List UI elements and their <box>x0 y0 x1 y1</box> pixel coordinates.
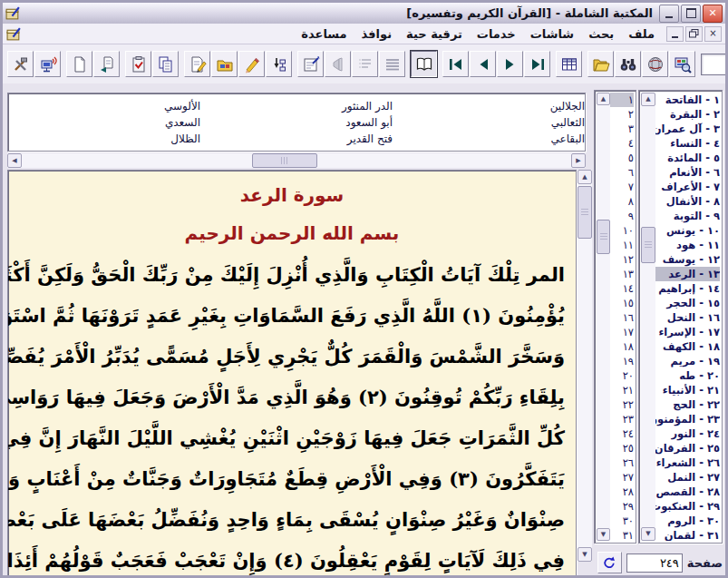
nav-last-button[interactable] <box>524 51 550 77</box>
menu-item-5[interactable]: نوافذ <box>355 25 399 43</box>
nav-prev-button[interactable] <box>470 51 496 77</box>
close-button[interactable]: ✕ <box>703 5 723 23</box>
surah-list-item[interactable]: ١٠ - يونس <box>655 223 720 238</box>
hscroll-thumb[interactable] <box>252 153 317 168</box>
announce-button[interactable] <box>325 51 351 77</box>
ayah-number-item[interactable]: ٣ <box>610 122 634 136</box>
pencil-button[interactable] <box>238 51 265 77</box>
nav-first-button[interactable] <box>442 51 469 77</box>
tafsir-book-name[interactable]: السعدي <box>8 114 200 131</box>
surah-list-item[interactable]: ٢٣ - المؤمنون <box>655 412 720 426</box>
ayah-number-item[interactable]: ١٤ <box>610 281 634 296</box>
ayah-number-item[interactable]: ٤ <box>610 136 634 151</box>
vscroll-thumb[interactable] <box>578 186 592 239</box>
tafsir-book-name[interactable]: الظلال <box>8 131 200 147</box>
surah-list-item[interactable]: ٢٦ - الشعراء <box>655 456 720 470</box>
tafsir-book-name[interactable]: أبو السعود <box>200 114 393 131</box>
tafsir-book-name[interactable]: فتح القدير <box>200 131 393 147</box>
ayah-scroll-thumb[interactable] <box>597 220 610 254</box>
ayah-number-item[interactable]: ١ <box>610 93 634 107</box>
menu-item-6[interactable]: مساعدة <box>295 25 353 43</box>
ayah-number-item[interactable]: ١٧ <box>610 325 634 339</box>
surah-list-item[interactable]: ٩ - التوبة <box>655 209 720 223</box>
surah-list-item[interactable]: ٢١ - الأنبياء <box>655 383 720 397</box>
ayah-number-item[interactable]: ٢٥ <box>610 441 634 456</box>
broadcast-button[interactable] <box>34 51 61 77</box>
surah-list-item[interactable]: ٢٩ - العنكبوت <box>655 499 720 514</box>
binoculars-button[interactable] <box>615 51 641 77</box>
ayah-number-item[interactable]: ٢٦ <box>610 456 634 470</box>
ayah-number-item[interactable]: ١٨ <box>610 339 634 354</box>
surah-list-item[interactable]: ٨ - الأنفال <box>655 194 720 209</box>
ayah-number-item[interactable]: ٢٩ <box>610 499 634 514</box>
nav-next-button[interactable] <box>497 51 523 77</box>
ayah-number-item[interactable]: ٨ <box>610 194 634 209</box>
surah-list-item[interactable]: ٢٥ - الفرقان <box>655 441 720 456</box>
page-number-field[interactable] <box>626 554 683 573</box>
surah-list-item[interactable]: ٢٨ - القصص <box>655 485 720 499</box>
surah-list-item[interactable]: ٣ - آل عمران <box>655 122 720 136</box>
justify-lines-button[interactable] <box>379 51 405 77</box>
open-book-button[interactable] <box>411 51 437 77</box>
clipboard-check-button[interactable] <box>125 51 151 77</box>
surah-list-item[interactable]: ١ - الفاتحة <box>655 93 720 107</box>
ayah-number-item[interactable]: ١٦ <box>610 310 634 325</box>
surah-scroll-thumb[interactable] <box>641 227 655 263</box>
surah-list-item[interactable]: ١٧ - الإسراء <box>655 325 720 339</box>
mdi-close-button[interactable]: × <box>704 26 722 42</box>
surah-scroll-down-arrow[interactable]: ▼ <box>641 527 655 541</box>
globe-search-button[interactable] <box>642 51 668 77</box>
ayah-number-item[interactable]: ٢٤ <box>610 426 634 441</box>
surah-list-item[interactable]: ٧ - الأعراف <box>655 180 720 194</box>
surah-list-item[interactable]: ١٢ - يوسف <box>655 252 720 267</box>
ayah-number-item[interactable]: ٢٠ <box>610 368 634 383</box>
tafsir-book-name[interactable]: الألوسي <box>8 98 200 114</box>
tafsir-book-name[interactable]: الثعالبي <box>393 114 585 131</box>
surah-list-item[interactable]: ٢٠ - طه <box>655 368 720 383</box>
ayah-number-item[interactable]: ٧ <box>610 180 634 194</box>
surah-list-item[interactable]: ١٤ - إبراهيم <box>655 281 720 296</box>
refresh-button[interactable] <box>597 552 622 573</box>
ayah-number-item[interactable]: ١٥ <box>610 296 634 310</box>
tafsir-book-name[interactable]: الجلالين <box>393 98 585 114</box>
ayah-number-item[interactable]: ٥ <box>610 151 634 165</box>
mdi-minimize-button[interactable] <box>666 26 684 42</box>
hscroll-right-arrow[interactable]: ▶ <box>571 153 586 168</box>
ayah-number-item[interactable]: ١١ <box>610 238 634 252</box>
menu-item-4[interactable]: ترقية حية <box>400 25 469 43</box>
ayah-number-item[interactable]: ٣٠ <box>610 514 634 528</box>
note-properties-button[interactable] <box>297 51 324 77</box>
surah-list-item[interactable]: ٣١ - لقمان <box>655 528 720 541</box>
ayah-scroll-down-arrow[interactable]: ▼ <box>597 528 610 541</box>
tree-sort-button[interactable] <box>266 51 292 77</box>
ayah-number-item[interactable]: ١٢ <box>610 252 634 267</box>
copy-button[interactable] <box>152 51 179 77</box>
hscroll-left-arrow[interactable]: ◀ <box>7 153 22 168</box>
edit-doc-button[interactable] <box>184 51 210 77</box>
folder-open-button[interactable] <box>587 51 614 77</box>
surah-list-item[interactable]: ١٥ - الحجر <box>655 296 720 310</box>
list-lines-button[interactable] <box>352 51 378 77</box>
tools-button[interactable] <box>7 51 34 77</box>
ayah-number-item[interactable]: ٢٧ <box>610 470 634 485</box>
vscroll-down-arrow[interactable]: ▼ <box>578 547 592 562</box>
ayah-scroll-up-arrow[interactable]: ▲ <box>597 93 610 105</box>
surah-list-item[interactable]: ٥ - المائدة <box>655 151 720 165</box>
surah-list-item[interactable]: ٦ - الأنعام <box>655 165 720 180</box>
ayah-number-item[interactable]: ٢٨ <box>610 485 634 499</box>
ayah-number-item[interactable]: ٢ <box>610 107 634 122</box>
ayah-number-item[interactable]: ٣١ <box>610 528 634 541</box>
ayah-number-item[interactable]: ٩ <box>610 209 634 223</box>
surah-list-item[interactable]: ١٣ - الرعد <box>655 267 720 281</box>
surah-list-item[interactable]: ٣٠ - الروم <box>655 514 720 528</box>
quick-search-input[interactable] <box>701 54 728 75</box>
surah-list-item[interactable]: ٢٧ - النمل <box>655 470 720 485</box>
image-folder-button[interactable] <box>211 51 238 77</box>
menu-item-1[interactable]: بحث <box>582 25 620 43</box>
menu-item-2[interactable]: شاشات <box>524 25 580 43</box>
tafsir-book-name[interactable]: البقاعي <box>393 131 585 147</box>
new-doc-button[interactable] <box>66 51 92 77</box>
table-button[interactable] <box>556 51 582 77</box>
surah-list-item[interactable]: ٢ - البقرة <box>655 107 720 122</box>
menu-item-0[interactable]: ملف <box>622 25 661 43</box>
